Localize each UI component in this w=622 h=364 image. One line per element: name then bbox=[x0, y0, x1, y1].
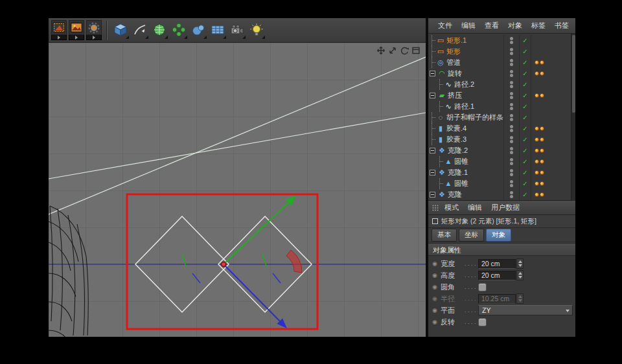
object-label[interactable]: 旋转 bbox=[446, 69, 503, 78]
enable-check-icon[interactable]: ✓ bbox=[519, 167, 531, 178]
enable-check-icon[interactable]: ✓ bbox=[519, 134, 531, 145]
object-row[interactable]: ▲圆锥 ✓ bbox=[428, 178, 571, 189]
render-view-button[interactable] bbox=[51, 20, 68, 40]
rectangle-icon[interactable]: ▭ bbox=[436, 35, 445, 46]
freehand-spline-button[interactable] bbox=[130, 20, 149, 40]
object-row[interactable]: ▮胶囊.4 ✓ bbox=[428, 123, 571, 134]
spline-icon[interactable]: ∿ bbox=[444, 79, 453, 90]
tag-area[interactable] bbox=[531, 46, 571, 57]
object-label[interactable]: 胶囊.4 bbox=[445, 124, 503, 133]
menu-edit[interactable]: 编辑 bbox=[457, 21, 480, 30]
visibility-toggles[interactable] bbox=[503, 46, 519, 57]
cloner-icon[interactable]: ❖ bbox=[437, 145, 446, 156]
rotate-icon[interactable] bbox=[399, 45, 409, 55]
enable-check-icon[interactable]: ✓ bbox=[519, 145, 531, 156]
tube-icon[interactable]: ◎ bbox=[436, 57, 445, 68]
enable-check-icon[interactable]: ✓ bbox=[519, 112, 531, 123]
enable-check-icon[interactable]: ✓ bbox=[519, 189, 531, 200]
object-row[interactable]: ❖克隆.1 ✓ bbox=[428, 167, 571, 178]
object-row[interactable]: ∿路径.1 ✓ bbox=[428, 101, 571, 112]
capsule-icon[interactable]: ▮ bbox=[436, 123, 445, 134]
cloner-icon[interactable]: ❖ bbox=[437, 189, 446, 200]
visibility-toggles[interactable] bbox=[503, 134, 519, 145]
keyframe-dot-icon[interactable]: ◉ bbox=[432, 272, 441, 279]
visibility-toggles[interactable] bbox=[503, 79, 519, 90]
render-settings-dropdown[interactable] bbox=[86, 35, 102, 40]
light-button[interactable] bbox=[247, 20, 266, 40]
camera-button[interactable] bbox=[227, 20, 246, 40]
visibility-toggles[interactable] bbox=[503, 35, 519, 46]
enable-check-icon[interactable]: ✓ bbox=[519, 57, 531, 68]
phong-tag-icon[interactable] bbox=[531, 178, 571, 189]
visibility-toggles[interactable] bbox=[503, 101, 519, 112]
enable-check-icon[interactable]: ✓ bbox=[519, 68, 531, 79]
reverse-checkbox[interactable] bbox=[478, 318, 487, 326]
tag-area[interactable] bbox=[531, 79, 571, 90]
lathe-icon[interactable]: ◠ bbox=[437, 68, 446, 79]
object-row[interactable]: ▭矩形.1 ✓ bbox=[428, 35, 571, 46]
object-row[interactable]: ◎管道 ✓ bbox=[428, 57, 571, 68]
rounding-checkbox[interactable] bbox=[478, 283, 487, 291]
phong-tag-icon[interactable] bbox=[531, 57, 571, 68]
object-label[interactable]: 圆锥 bbox=[453, 157, 503, 166]
visibility-toggles[interactable] bbox=[503, 90, 519, 101]
render-settings-button[interactable] bbox=[86, 20, 103, 40]
enable-check-icon[interactable]: ✓ bbox=[519, 79, 531, 90]
phong-tag-icon[interactable] bbox=[531, 145, 571, 156]
object-label[interactable]: 管道 bbox=[445, 58, 503, 67]
tab-object[interactable]: 对象 bbox=[486, 229, 511, 242]
collapse-expander[interactable] bbox=[430, 93, 435, 98]
visibility-toggles[interactable] bbox=[503, 178, 519, 189]
maximize-icon[interactable] bbox=[411, 45, 420, 55]
extrude-icon[interactable]: ▰ bbox=[437, 90, 446, 101]
tab-basic[interactable]: 基本 bbox=[432, 229, 457, 242]
object-label[interactable]: 圆锥 bbox=[453, 179, 503, 188]
menu-tags[interactable]: 标签 bbox=[527, 21, 550, 30]
capsule-icon[interactable]: ▮ bbox=[436, 134, 445, 145]
visibility-toggles[interactable] bbox=[503, 156, 519, 167]
collapse-expander[interactable] bbox=[430, 170, 435, 176]
tag-area[interactable] bbox=[531, 112, 571, 123]
phong-tag-icon[interactable] bbox=[531, 189, 571, 200]
cone-icon[interactable]: ▲ bbox=[444, 178, 453, 189]
pan-icon[interactable] bbox=[376, 45, 386, 55]
object-row[interactable]: ∿路径.2 ✓ bbox=[428, 79, 571, 90]
object-row[interactable]: ◠旋转 ✓ bbox=[428, 68, 571, 79]
menu-objects[interactable]: 对象 bbox=[503, 21, 527, 30]
object-label[interactable]: 克隆.1 bbox=[446, 168, 503, 177]
collapse-expander[interactable] bbox=[430, 148, 435, 154]
enable-check-icon[interactable]: ✓ bbox=[519, 90, 531, 101]
cloner-icon[interactable]: ❖ bbox=[437, 167, 446, 178]
enable-check-icon[interactable]: ✓ bbox=[519, 35, 531, 46]
menu-view[interactable]: 查看 bbox=[480, 21, 503, 30]
menu-file[interactable]: 文件 bbox=[433, 21, 457, 30]
zoom-icon[interactable] bbox=[387, 45, 397, 55]
menu-bookmarks[interactable]: 书签 bbox=[550, 21, 573, 30]
height-field[interactable]: 20 cm bbox=[478, 271, 516, 280]
object-row[interactable]: ▲圆锥 ✓ bbox=[428, 156, 571, 167]
enable-check-icon[interactable]: ✓ bbox=[519, 46, 531, 57]
object-row[interactable]: ❖克隆.2 ✓ bbox=[428, 145, 571, 156]
enable-check-icon[interactable]: ✓ bbox=[519, 178, 531, 189]
add-cube-button[interactable] bbox=[111, 20, 130, 40]
keyframe-dot-icon[interactable]: ◉ bbox=[432, 319, 441, 325]
section-header[interactable]: 对象属性 bbox=[428, 244, 575, 256]
enable-check-icon[interactable]: ✓ bbox=[519, 156, 531, 167]
object-row[interactable]: ▭矩形 ✓ bbox=[428, 46, 571, 57]
spline-icon[interactable]: ∿ bbox=[444, 101, 453, 112]
plane-dropdown[interactable]: ZY bbox=[478, 305, 573, 315]
width-field[interactable]: 20 cm bbox=[478, 259, 516, 269]
keyframe-dot-icon[interactable]: ◉ bbox=[432, 260, 441, 267]
metaball-button[interactable] bbox=[189, 20, 207, 40]
rectangle-icon[interactable]: ▭ bbox=[436, 46, 445, 57]
tree-scrollbar[interactable] bbox=[571, 34, 575, 201]
visibility-toggles[interactable] bbox=[503, 189, 519, 200]
panel-grip-icon[interactable] bbox=[432, 205, 439, 211]
spline-group-icon[interactable]: ◌ bbox=[436, 112, 445, 123]
keyframe-dot-icon[interactable]: ◉ bbox=[432, 307, 441, 313]
phong-tag-icon[interactable] bbox=[531, 68, 571, 79]
visibility-toggles[interactable] bbox=[503, 123, 519, 134]
enable-check-icon[interactable]: ✓ bbox=[519, 101, 531, 112]
tag-area[interactable] bbox=[531, 35, 571, 46]
mograph-array-button[interactable] bbox=[169, 20, 188, 40]
